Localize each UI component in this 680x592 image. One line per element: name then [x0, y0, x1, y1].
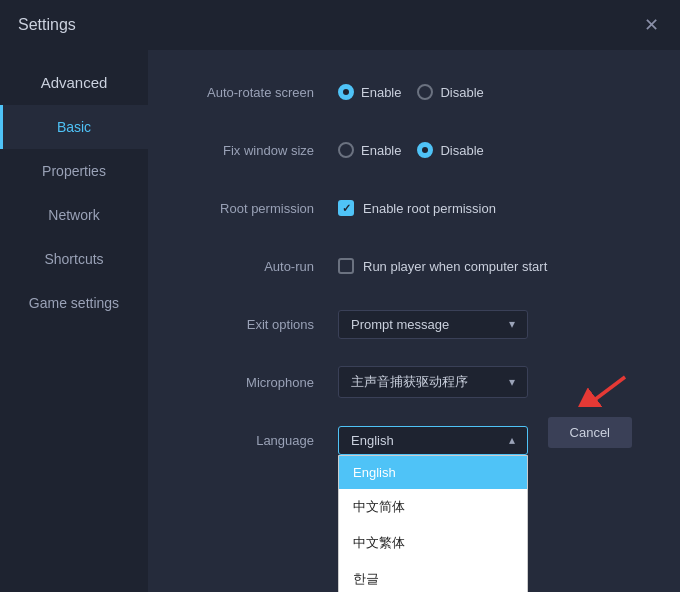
title-bar: Settings ✕	[0, 0, 680, 50]
auto-rotate-disable[interactable]: Disable	[417, 84, 483, 100]
settings-window: Settings ✕ Advanced Basic Properties Net…	[0, 0, 680, 592]
exit-options-dropdown[interactable]: Prompt message ▾	[338, 310, 528, 339]
svg-line-1	[585, 377, 625, 407]
auto-rotate-disable-label: Disable	[440, 85, 483, 100]
sidebar-label-advanced: Advanced	[41, 74, 108, 91]
lang-option-korean[interactable]: 한글	[339, 561, 527, 593]
check-icon: ✓	[342, 202, 351, 215]
microphone-label: Microphone	[178, 375, 338, 390]
fix-window-disable-label: Disable	[440, 143, 483, 158]
sidebar: Advanced Basic Properties Network Shortc…	[0, 50, 148, 592]
auto-run-label: Auto-run	[178, 259, 338, 274]
language-dropdown-menu: English 中文简体 中文繁体 한글	[338, 455, 528, 593]
close-button[interactable]: ✕	[640, 14, 662, 36]
auto-rotate-enable[interactable]: Enable	[338, 84, 401, 100]
root-permission-checkbox[interactable]: ✓ Enable root permission	[338, 200, 496, 216]
bottom-bar: Cancel	[530, 407, 650, 458]
auto-run-row: Auto-run Run player when computer start	[178, 248, 650, 284]
lang-option-english[interactable]: English	[339, 456, 527, 489]
sidebar-label-basic: Basic	[57, 119, 91, 135]
lang-option-zh-simple[interactable]: 中文简体	[339, 489, 527, 525]
fix-window-controls: Enable Disable	[338, 142, 484, 158]
sidebar-item-game-settings[interactable]: Game settings	[0, 281, 148, 325]
auto-rotate-row: Auto-rotate screen Enable Disable	[178, 74, 650, 110]
sidebar-item-shortcuts[interactable]: Shortcuts	[0, 237, 148, 281]
language-controls: English ▴ English 中文简体	[338, 426, 528, 455]
window-title: Settings	[18, 16, 76, 34]
language-dropdown[interactable]: English ▴	[338, 426, 528, 455]
language-label: Language	[178, 433, 338, 448]
exit-options-value: Prompt message	[351, 317, 449, 332]
sidebar-label-shortcuts: Shortcuts	[44, 251, 103, 267]
lang-label-zh-simple: 中文简体	[353, 499, 405, 514]
sidebar-label-network: Network	[48, 207, 99, 223]
content-area: Advanced Basic Properties Network Shortc…	[0, 50, 680, 592]
auto-rotate-label: Auto-rotate screen	[178, 85, 338, 100]
radio-enable-indicator	[338, 84, 354, 100]
sidebar-label-properties: Properties	[42, 163, 106, 179]
sidebar-item-properties[interactable]: Properties	[0, 149, 148, 193]
chevron-down-icon: ▾	[509, 317, 515, 331]
root-permission-label: Root permission	[178, 201, 338, 216]
exit-options-label: Exit options	[178, 317, 338, 332]
root-permission-row: Root permission ✓ Enable root permission	[178, 190, 650, 226]
main-panel-inner: Auto-rotate screen Enable Disable	[178, 74, 650, 458]
fix-window-enable-label: Enable	[361, 143, 401, 158]
microphone-controls: 主声音捕获驱动程序 ▾	[338, 366, 528, 398]
main-panel: Auto-rotate screen Enable Disable	[148, 50, 680, 592]
auto-rotate-controls: Enable Disable	[338, 84, 484, 100]
sidebar-item-advanced[interactable]: Advanced	[0, 60, 148, 105]
lang-label-english: English	[353, 465, 396, 480]
lang-label-zh-trad: 中文繁体	[353, 535, 405, 550]
exit-options-controls: Prompt message ▾	[338, 310, 528, 339]
auto-rotate-enable-label: Enable	[361, 85, 401, 100]
lang-option-zh-trad[interactable]: 中文繁体	[339, 525, 527, 561]
auto-run-controls: Run player when computer start	[338, 258, 547, 274]
sidebar-item-network[interactable]: Network	[0, 193, 148, 237]
root-permission-checkbox-label: Enable root permission	[363, 201, 496, 216]
exit-options-row: Exit options Prompt message ▾	[178, 306, 650, 342]
chevron-down-icon-micro: ▾	[509, 375, 515, 389]
fix-window-label: Fix window size	[178, 143, 338, 158]
cancel-button[interactable]: Cancel	[548, 417, 632, 448]
root-checkbox-box: ✓	[338, 200, 354, 216]
sidebar-label-game-settings: Game settings	[29, 295, 119, 311]
fix-window-row: Fix window size Enable Disable	[178, 132, 650, 168]
fix-window-enable[interactable]: Enable	[338, 142, 401, 158]
radio-disable-indicator	[417, 84, 433, 100]
microphone-dropdown[interactable]: 主声音捕获驱动程序 ▾	[338, 366, 528, 398]
auto-run-checkbox-label: Run player when computer start	[363, 259, 547, 274]
root-permission-controls: ✓ Enable root permission	[338, 200, 496, 216]
microphone-value: 主声音捕获驱动程序	[351, 373, 468, 391]
language-value: English	[351, 433, 394, 448]
sidebar-item-basic[interactable]: Basic	[0, 105, 148, 149]
auto-run-checkbox[interactable]: Run player when computer start	[338, 258, 547, 274]
fix-radio-enable-indicator	[338, 142, 354, 158]
chevron-up-icon: ▴	[509, 433, 515, 447]
fix-radio-disable-indicator	[417, 142, 433, 158]
lang-label-korean: 한글	[353, 571, 379, 586]
close-icon: ✕	[644, 14, 659, 36]
language-dropdown-container: English ▴ English 中文简体	[338, 426, 528, 455]
auto-run-checkbox-box	[338, 258, 354, 274]
fix-window-disable[interactable]: Disable	[417, 142, 483, 158]
